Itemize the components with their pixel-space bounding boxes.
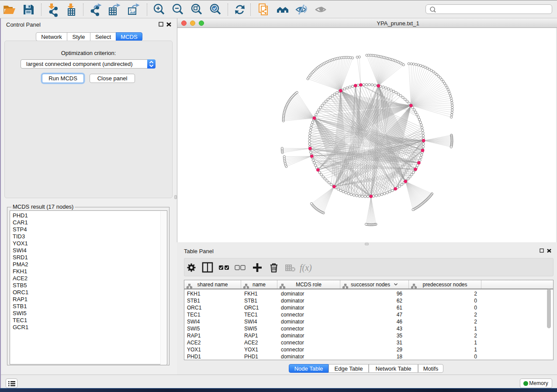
svg-text:f(x): f(x) (300, 263, 312, 273)
